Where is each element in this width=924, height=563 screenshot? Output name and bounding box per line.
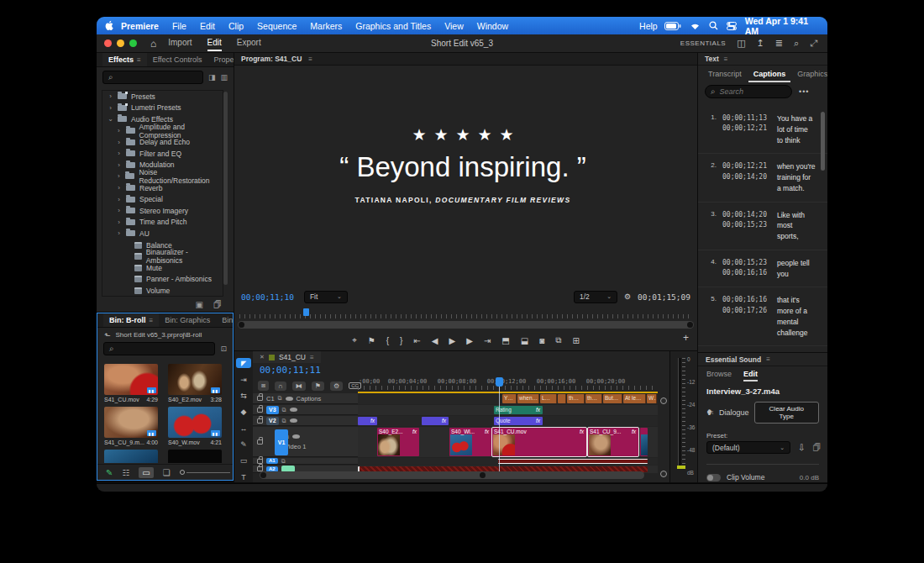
- settings-wrench-icon[interactable]: ⚙: [624, 292, 631, 301]
- zoom-window-button[interactable]: [129, 39, 137, 47]
- expand-chevron[interactable]: ›: [116, 207, 122, 214]
- panel-menu-icon[interactable]: ≡: [724, 55, 728, 63]
- tree-item-panner-ambisonics[interactable]: Panner - Ambisonics: [102, 274, 223, 286]
- accelerated-effects-icon[interactable]: ◨: [208, 73, 216, 82]
- minimize-window-button[interactable]: [117, 39, 124, 47]
- nav-edit[interactable]: Edit: [207, 35, 222, 51]
- tab-effect-controls[interactable]: Effect Controls: [147, 53, 208, 66]
- timeline-settings-icon[interactable]: ⚙: [330, 381, 343, 391]
- v3-track-lane[interactable]: Ratingfx: [358, 405, 658, 415]
- caption-text[interactable]: when you're training for a match.: [777, 161, 822, 193]
- timeline-clip-s41cumov[interactable]: S41_CU.movfx: [492, 428, 586, 456]
- tree-item-au[interactable]: ›AU: [102, 228, 223, 239]
- close-sequence-icon[interactable]: ✕: [260, 354, 265, 360]
- freeform-view-icon[interactable]: ❏: [163, 468, 171, 477]
- sync-lock-icon[interactable]: ⧉: [282, 407, 286, 413]
- clear-audio-type-button[interactable]: Clear Audio Type: [754, 402, 819, 424]
- track-header-v1[interactable]: V1 ⧉ Video 1: [253, 427, 358, 457]
- control-center-icon[interactable]: [727, 22, 737, 30]
- timeline-clip[interactable]: [498, 459, 648, 464]
- tab-transcript[interactable]: Transcript: [703, 66, 747, 82]
- playback-resolution-dropdown[interactable]: 1/2⌄: [574, 291, 617, 303]
- program-time-ruler[interactable]: [239, 308, 692, 318]
- track-header-v3[interactable]: V3 ⧉: [253, 405, 358, 415]
- effects-scrollbar[interactable]: [223, 92, 228, 285]
- tree-item-noise-reduction-restoration[interactable]: ›Noise Reduction/Restoration: [102, 171, 223, 182]
- tab-properties[interactable]: Properties: [208, 53, 234, 66]
- lock-icon[interactable]: [257, 459, 263, 464]
- button-editor-add[interactable]: +: [683, 332, 689, 344]
- timeline-clip-s40e2[interactable]: S40_E2...fx: [377, 428, 419, 456]
- clip-thumbnail[interactable]: ▮▮: [168, 364, 222, 395]
- timeline-horizontal-scrollbar[interactable]: [260, 471, 644, 479]
- track-visibility-icon[interactable]: [290, 418, 297, 423]
- expand-chevron[interactable]: ⌄: [108, 115, 113, 123]
- lock-icon[interactable]: [257, 418, 263, 424]
- tree-item-filter-and-eq[interactable]: ›Filter and EQ: [102, 148, 223, 160]
- track-header-a1[interactable]: A1 ⧉: [253, 458, 358, 465]
- clip-thumbnail[interactable]: ▮▮: [168, 407, 222, 438]
- tree-item-time-and-pitch[interactable]: ›Time and Pitch: [102, 217, 223, 229]
- captions-scrollbar[interactable]: [821, 112, 825, 171]
- expand-chevron[interactable]: ›: [116, 196, 122, 203]
- timeline-clip-rating[interactable]: Ratingfx: [494, 406, 543, 414]
- expand-chevron[interactable]: ›: [116, 229, 122, 237]
- track-header-v2[interactable]: V2 ⧉: [253, 416, 358, 426]
- sync-lock-icon[interactable]: ⧉: [278, 395, 282, 402]
- close-window-button[interactable]: [104, 39, 112, 47]
- menu-help[interactable]: Help: [633, 21, 664, 31]
- audio-meters[interactable]: 0-12-24-36-48 dB: [670, 351, 697, 482]
- slip-tool[interactable]: ↔: [236, 424, 251, 434]
- track-target-v1[interactable]: V1: [275, 429, 288, 455]
- snap-icon[interactable]: ∩: [275, 381, 286, 391]
- panel-menu-icon[interactable]: ≡: [137, 56, 141, 64]
- nav-import[interactable]: Import: [168, 35, 192, 51]
- caption-text[interactable]: that it's more of a mental challenge: [777, 295, 822, 338]
- v1-track-lane[interactable]: S40_E2...fxS40_Wl...fxS41_CU.movfxS41_CU…: [358, 427, 658, 457]
- razor-tool[interactable]: ◆: [236, 407, 251, 417]
- track-target-a1[interactable]: A1: [266, 458, 278, 464]
- timeline-clip[interactable]: [558, 394, 566, 403]
- stacked-panels-icon[interactable]: ≣: [775, 38, 783, 49]
- tab-bin-audi[interactable]: Bin: Audi: [216, 313, 234, 327]
- export-frame-icon[interactable]: ◙: [539, 336, 544, 345]
- fullscreen-icon[interactable]: ⤢: [810, 38, 817, 49]
- selection-tool[interactable]: ◤: [236, 358, 251, 368]
- pen-tool[interactable]: ✎: [236, 439, 251, 450]
- expand-chevron[interactable]: ›: [116, 161, 122, 169]
- program-video-frame[interactable]: ★★★★★ “ Beyond inspiring. ” TATIANA NAPO…: [270, 70, 656, 284]
- preset-dropdown[interactable]: (Default)⌄: [706, 441, 790, 454]
- menu-markers[interactable]: Markers: [303, 21, 349, 31]
- find-marker-icon[interactable]: ⌖: [352, 335, 357, 345]
- quick-export-icon[interactable]: ↥: [757, 38, 764, 49]
- timeline-ruler[interactable]: ;00;0000;00;04;0000;00;08;0000;00;12;000…: [358, 377, 658, 392]
- bin-clip[interactable]: ▮▮S40_E2.mov3:28: [168, 364, 222, 403]
- add-marker-icon[interactable]: ⚑: [312, 381, 324, 391]
- menubar-clock[interactable]: Wed Apr 1 9:41 AM: [745, 17, 819, 36]
- tab-effects[interactable]: Effects≡: [102, 53, 147, 66]
- tree-item-binauralizer-ambisonics[interactable]: Binauralizer - Ambisonics: [102, 250, 223, 262]
- caption-row[interactable]: 5.00;00;16;1600;00;17;26that it's more o…: [698, 287, 827, 346]
- save-preset-icon[interactable]: ⇩: [798, 443, 805, 452]
- captions-track-lane[interactable]: Y…when…L…th…th…But…At le…W…: [358, 393, 658, 404]
- bin-clip[interactable]: [168, 450, 222, 463]
- lock-icon[interactable]: [257, 396, 263, 401]
- caption-row[interactable]: 4.00;00;15;2300;00;16;16people tell you: [698, 250, 827, 288]
- timeline-current-timecode[interactable]: 00;00;11;11: [260, 365, 321, 376]
- ripple-edit-tool[interactable]: ⇆: [236, 391, 251, 401]
- play-icon[interactable]: ▶: [449, 336, 456, 345]
- track-visibility-icon[interactable]: [290, 408, 297, 412]
- timeline-clip-quote[interactable]: Quotefx: [494, 417, 543, 425]
- lock-icon[interactable]: [257, 408, 263, 413]
- tab-captions[interactable]: Captions: [748, 66, 791, 82]
- multicam-icon[interactable]: ⊞: [572, 336, 579, 345]
- spotlight-search-icon[interactable]: [709, 21, 718, 30]
- menu-edit[interactable]: Edit: [193, 21, 222, 31]
- a1-track-lane[interactable]: [358, 458, 658, 465]
- caption-text[interactable]: You have a lot of time to think: [777, 113, 822, 145]
- bin-clip[interactable]: ▮▮S41_CU.mov4:29: [104, 364, 158, 403]
- tree-item-lumetri-presets[interactable]: ›Lumetri Presets: [102, 103, 223, 114]
- step-forward-icon[interactable]: ▶: [466, 336, 473, 345]
- menu-window[interactable]: Window: [470, 21, 515, 31]
- tree-item-stereo-imagery[interactable]: ›Stereo Imagery: [102, 205, 223, 217]
